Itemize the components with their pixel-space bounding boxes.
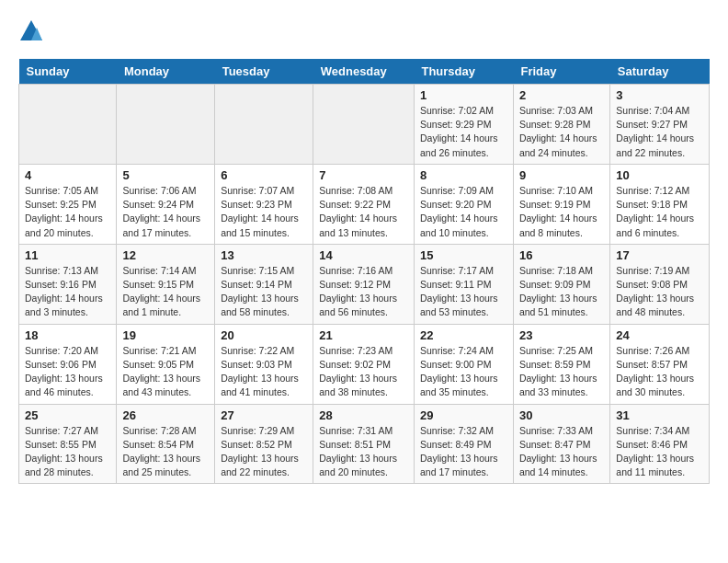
calendar-week-row: 18Sunrise: 7:20 AM Sunset: 9:06 PM Dayli… xyxy=(19,324,710,404)
calendar-cell: 1Sunrise: 7:02 AM Sunset: 9:29 PM Daylig… xyxy=(414,85,513,165)
calendar-cell: 29Sunrise: 7:32 AM Sunset: 8:49 PM Dayli… xyxy=(414,404,513,484)
day-info: Sunrise: 7:07 AM Sunset: 9:23 PM Dayligh… xyxy=(221,184,307,240)
calendar-week-row: 1Sunrise: 7:02 AM Sunset: 9:29 PM Daylig… xyxy=(19,85,710,165)
logo-icon xyxy=(18,18,44,44)
day-info: Sunrise: 7:14 AM Sunset: 9:15 PM Dayligh… xyxy=(122,264,209,320)
day-number: 17 xyxy=(616,248,703,262)
day-info: Sunrise: 7:08 AM Sunset: 9:22 PM Dayligh… xyxy=(319,184,408,240)
day-number: 7 xyxy=(319,168,408,182)
day-number: 21 xyxy=(319,328,408,342)
day-number: 31 xyxy=(616,408,703,422)
calendar-week-row: 4Sunrise: 7:05 AM Sunset: 9:25 PM Daylig… xyxy=(19,164,710,244)
calendar-cell: 2Sunrise: 7:03 AM Sunset: 9:28 PM Daylig… xyxy=(513,85,609,165)
day-info: Sunrise: 7:13 AM Sunset: 9:16 PM Dayligh… xyxy=(25,264,110,320)
day-info: Sunrise: 7:26 AM Sunset: 8:57 PM Dayligh… xyxy=(616,344,703,400)
day-info: Sunrise: 7:18 AM Sunset: 9:09 PM Dayligh… xyxy=(519,264,604,320)
day-info: Sunrise: 7:19 AM Sunset: 9:08 PM Dayligh… xyxy=(616,264,703,320)
day-number: 19 xyxy=(122,328,209,342)
day-info: Sunrise: 7:20 AM Sunset: 9:06 PM Dayligh… xyxy=(25,344,110,400)
weekday-header: Tuesday xyxy=(215,59,313,85)
day-info: Sunrise: 7:06 AM Sunset: 9:24 PM Dayligh… xyxy=(122,184,209,240)
calendar-cell: 22Sunrise: 7:24 AM Sunset: 9:00 PM Dayli… xyxy=(414,324,513,404)
day-info: Sunrise: 7:32 AM Sunset: 8:49 PM Dayligh… xyxy=(420,424,507,480)
day-info: Sunrise: 7:02 AM Sunset: 9:29 PM Dayligh… xyxy=(420,104,507,160)
calendar-cell: 17Sunrise: 7:19 AM Sunset: 9:08 PM Dayli… xyxy=(610,244,710,324)
day-number: 26 xyxy=(122,408,209,422)
calendar-cell xyxy=(313,85,415,165)
day-info: Sunrise: 7:29 AM Sunset: 8:52 PM Dayligh… xyxy=(221,424,307,480)
calendar-cell: 21Sunrise: 7:23 AM Sunset: 9:02 PM Dayli… xyxy=(313,324,415,404)
calendar-cell: 31Sunrise: 7:34 AM Sunset: 8:46 PM Dayli… xyxy=(610,404,710,484)
calendar-cell: 6Sunrise: 7:07 AM Sunset: 9:23 PM Daylig… xyxy=(215,164,313,244)
calendar-cell: 30Sunrise: 7:33 AM Sunset: 8:47 PM Dayli… xyxy=(513,404,609,484)
calendar-cell: 26Sunrise: 7:28 AM Sunset: 8:54 PM Dayli… xyxy=(117,404,215,484)
calendar-cell: 20Sunrise: 7:22 AM Sunset: 9:03 PM Dayli… xyxy=(215,324,313,404)
day-info: Sunrise: 7:31 AM Sunset: 8:51 PM Dayligh… xyxy=(319,424,408,480)
day-info: Sunrise: 7:17 AM Sunset: 9:11 PM Dayligh… xyxy=(420,264,507,320)
calendar-cell: 8Sunrise: 7:09 AM Sunset: 9:20 PM Daylig… xyxy=(414,164,513,244)
day-info: Sunrise: 7:22 AM Sunset: 9:03 PM Dayligh… xyxy=(221,344,307,400)
calendar-cell: 27Sunrise: 7:29 AM Sunset: 8:52 PM Dayli… xyxy=(215,404,313,484)
day-info: Sunrise: 7:04 AM Sunset: 9:27 PM Dayligh… xyxy=(616,104,703,160)
day-number: 10 xyxy=(616,168,703,182)
day-info: Sunrise: 7:10 AM Sunset: 9:19 PM Dayligh… xyxy=(519,184,604,240)
calendar-cell: 13Sunrise: 7:15 AM Sunset: 9:14 PM Dayli… xyxy=(215,244,313,324)
calendar-cell: 11Sunrise: 7:13 AM Sunset: 9:16 PM Dayli… xyxy=(19,244,117,324)
day-number: 30 xyxy=(519,408,604,422)
day-number: 11 xyxy=(25,248,110,262)
day-number: 20 xyxy=(221,328,307,342)
day-number: 6 xyxy=(221,168,307,182)
calendar-cell xyxy=(19,85,117,165)
day-number: 9 xyxy=(519,168,604,182)
calendar-cell: 7Sunrise: 7:08 AM Sunset: 9:22 PM Daylig… xyxy=(313,164,415,244)
calendar-cell: 15Sunrise: 7:17 AM Sunset: 9:11 PM Dayli… xyxy=(414,244,513,324)
day-number: 22 xyxy=(420,328,507,342)
calendar-cell: 4Sunrise: 7:05 AM Sunset: 9:25 PM Daylig… xyxy=(19,164,117,244)
day-info: Sunrise: 7:27 AM Sunset: 8:55 PM Dayligh… xyxy=(25,424,110,480)
calendar-cell: 12Sunrise: 7:14 AM Sunset: 9:15 PM Dayli… xyxy=(117,244,215,324)
day-info: Sunrise: 7:15 AM Sunset: 9:14 PM Dayligh… xyxy=(221,264,307,320)
day-number: 12 xyxy=(122,248,209,262)
day-number: 1 xyxy=(420,88,507,102)
weekday-header: Wednesday xyxy=(313,59,415,85)
calendar-cell: 24Sunrise: 7:26 AM Sunset: 8:57 PM Dayli… xyxy=(610,324,710,404)
calendar-cell: 16Sunrise: 7:18 AM Sunset: 9:09 PM Dayli… xyxy=(513,244,609,324)
day-number: 18 xyxy=(25,328,110,342)
day-number: 8 xyxy=(420,168,507,182)
day-number: 3 xyxy=(616,88,703,102)
day-number: 14 xyxy=(319,248,408,262)
day-info: Sunrise: 7:09 AM Sunset: 9:20 PM Dayligh… xyxy=(420,184,507,240)
day-info: Sunrise: 7:33 AM Sunset: 8:47 PM Dayligh… xyxy=(519,424,604,480)
day-info: Sunrise: 7:21 AM Sunset: 9:05 PM Dayligh… xyxy=(122,344,209,400)
day-info: Sunrise: 7:23 AM Sunset: 9:02 PM Dayligh… xyxy=(319,344,408,400)
calendar-cell: 3Sunrise: 7:04 AM Sunset: 9:27 PM Daylig… xyxy=(610,85,710,165)
day-info: Sunrise: 7:25 AM Sunset: 8:59 PM Dayligh… xyxy=(519,344,604,400)
day-info: Sunrise: 7:03 AM Sunset: 9:28 PM Dayligh… xyxy=(519,104,604,160)
weekday-header: Saturday xyxy=(610,59,710,85)
weekday-header-row: SundayMondayTuesdayWednesdayThursdayFrid… xyxy=(19,59,710,85)
day-number: 23 xyxy=(519,328,604,342)
weekday-header: Sunday xyxy=(19,59,117,85)
weekday-header: Thursday xyxy=(414,59,513,85)
weekday-header: Friday xyxy=(513,59,609,85)
calendar-week-row: 11Sunrise: 7:13 AM Sunset: 9:16 PM Dayli… xyxy=(19,244,710,324)
calendar-cell: 10Sunrise: 7:12 AM Sunset: 9:18 PM Dayli… xyxy=(610,164,710,244)
day-number: 15 xyxy=(420,248,507,262)
calendar-cell: 9Sunrise: 7:10 AM Sunset: 9:19 PM Daylig… xyxy=(513,164,609,244)
day-info: Sunrise: 7:24 AM Sunset: 9:00 PM Dayligh… xyxy=(420,344,507,400)
calendar-cell xyxy=(215,85,313,165)
day-number: 5 xyxy=(122,168,209,182)
day-number: 2 xyxy=(519,88,604,102)
day-info: Sunrise: 7:12 AM Sunset: 9:18 PM Dayligh… xyxy=(616,184,703,240)
calendar-cell: 23Sunrise: 7:25 AM Sunset: 8:59 PM Dayli… xyxy=(513,324,609,404)
day-number: 24 xyxy=(616,328,703,342)
day-number: 4 xyxy=(25,168,110,182)
day-info: Sunrise: 7:28 AM Sunset: 8:54 PM Dayligh… xyxy=(122,424,209,480)
day-info: Sunrise: 7:16 AM Sunset: 9:12 PM Dayligh… xyxy=(319,264,408,320)
day-number: 29 xyxy=(420,408,507,422)
calendar-cell: 19Sunrise: 7:21 AM Sunset: 9:05 PM Dayli… xyxy=(117,324,215,404)
page-header xyxy=(18,18,710,44)
calendar-table: SundayMondayTuesdayWednesdayThursdayFrid… xyxy=(18,59,710,484)
day-number: 27 xyxy=(221,408,307,422)
day-number: 28 xyxy=(319,408,408,422)
